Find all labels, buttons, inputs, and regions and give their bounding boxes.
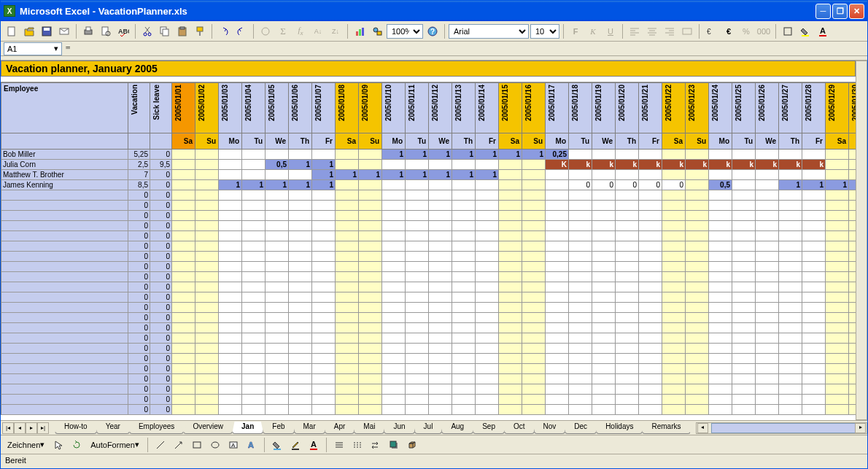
day-cell[interactable] [382, 282, 406, 292]
day-cell[interactable] [476, 333, 499, 344]
day-cell[interactable] [662, 292, 686, 303]
day-cell[interactable] [336, 150, 359, 160]
header-dow-24[interactable]: Tu [732, 133, 756, 150]
day-cell[interactable] [802, 303, 826, 313]
day-cell[interactable] [662, 150, 686, 160]
day-cell[interactable] [686, 405, 709, 415]
header-date-1[interactable]: 2005/01/02 [195, 82, 219, 133]
day-cell[interactable] [709, 241, 732, 252]
day-cell[interactable] [826, 221, 849, 231]
day-cell[interactable] [429, 364, 452, 374]
day-cell[interactable] [686, 241, 709, 252]
day-cell[interactable] [499, 201, 522, 211]
day-cell[interactable] [569, 323, 592, 333]
day-cell[interactable] [406, 333, 429, 344]
day-cell[interactable] [382, 190, 406, 201]
day-cell[interactable] [686, 374, 709, 384]
day-cell[interactable] [242, 313, 266, 323]
day-cell[interactable] [662, 374, 686, 384]
empty-row[interactable]: 00 [1, 262, 856, 272]
header-date-10[interactable]: 2005/01/11 [406, 82, 429, 133]
day-cell[interactable] [709, 344, 732, 354]
day-cell[interactable] [406, 374, 429, 384]
day-cell[interactable] [756, 292, 779, 303]
day-cell[interactable] [756, 354, 779, 364]
day-cell[interactable]: 0 [616, 180, 639, 190]
header-dow-11[interactable]: We [429, 133, 452, 150]
day-cell[interactable]: 0 [569, 180, 592, 190]
day-cell[interactable] [709, 384, 732, 395]
vacation-sum[interactable]: 0 [128, 272, 150, 282]
day-cell[interactable] [686, 303, 709, 313]
tab-next-icon[interactable]: ▸ [26, 422, 37, 434]
day-cell[interactable] [756, 303, 779, 313]
zoom-combo[interactable]: 100% [387, 24, 423, 39]
header-date-17[interactable]: 2005/01/18 [569, 82, 592, 133]
sheet-tab-employees[interactable]: Employees [129, 422, 184, 434]
day-cell[interactable] [592, 292, 616, 303]
day-cell[interactable] [382, 313, 406, 323]
day-cell[interactable] [219, 364, 242, 374]
day-cell[interactable] [266, 405, 289, 415]
header-date-16[interactable]: 2005/01/17 [546, 82, 569, 133]
day-cell[interactable] [732, 354, 756, 364]
sheet-tab-dec[interactable]: Dec [565, 422, 597, 434]
day-cell[interactable] [219, 262, 242, 272]
day-cell[interactable] [195, 282, 219, 292]
day-cell[interactable] [195, 364, 219, 374]
day-cell[interactable] [779, 262, 802, 272]
day-cell[interactable] [359, 241, 382, 252]
day-cell[interactable] [522, 303, 546, 313]
day-cell[interactable]: 1 [452, 170, 476, 180]
sick-sum[interactable]: 0 [150, 201, 172, 211]
employee-name[interactable] [1, 303, 128, 313]
day-cell[interactable] [499, 160, 522, 170]
day-cell[interactable] [732, 221, 756, 231]
header-date-21[interactable]: 2005/01/22 [662, 82, 686, 133]
empty-row[interactable]: 00 [1, 323, 856, 333]
day-cell[interactable] [756, 252, 779, 262]
day-cell[interactable] [266, 384, 289, 395]
day-cell[interactable] [219, 160, 242, 170]
day-cell[interactable] [569, 292, 592, 303]
day-cell[interactable] [616, 313, 639, 323]
day-cell[interactable] [756, 231, 779, 241]
day-cell[interactable] [569, 313, 592, 323]
day-cell[interactable] [289, 354, 312, 364]
day-cell[interactable] [336, 384, 359, 395]
day-cell[interactable]: 1 [406, 170, 429, 180]
day-cell[interactable] [662, 170, 686, 180]
sick-sum[interactable]: 0 [150, 282, 172, 292]
day-cell[interactable] [289, 252, 312, 262]
day-cell[interactable] [826, 231, 849, 241]
day-cell[interactable] [336, 364, 359, 374]
day-cell[interactable] [522, 170, 546, 180]
day-cell[interactable] [359, 150, 382, 160]
day-cell[interactable] [522, 405, 546, 415]
day-cell[interactable] [336, 313, 359, 323]
day-cell[interactable] [546, 211, 569, 221]
day-cell[interactable] [452, 262, 476, 272]
sheet-tab-aug[interactable]: Aug [441, 422, 473, 434]
header-employee-dow[interactable] [1, 133, 128, 150]
cell-reference-box[interactable]: A1▾ [4, 42, 62, 55]
day-cell[interactable] [452, 395, 476, 405]
day-cell[interactable] [546, 292, 569, 303]
header-vacation[interactable]: Vacation [128, 82, 150, 133]
day-cell[interactable] [499, 170, 522, 180]
day-cell[interactable] [802, 323, 826, 333]
day-cell[interactable] [522, 252, 546, 262]
day-cell[interactable] [569, 374, 592, 384]
day-cell[interactable] [686, 190, 709, 201]
day-cell[interactable] [779, 384, 802, 395]
sick-sum[interactable]: 0 [150, 150, 172, 160]
day-cell[interactable] [336, 292, 359, 303]
day-cell[interactable] [359, 405, 382, 415]
day-cell[interactable] [266, 323, 289, 333]
day-cell[interactable] [172, 364, 195, 374]
day-cell[interactable] [569, 344, 592, 354]
day-cell[interactable] [219, 313, 242, 323]
day-cell[interactable] [312, 201, 336, 211]
header-dow-6[interactable]: Fr [312, 133, 336, 150]
day-cell[interactable] [709, 292, 732, 303]
